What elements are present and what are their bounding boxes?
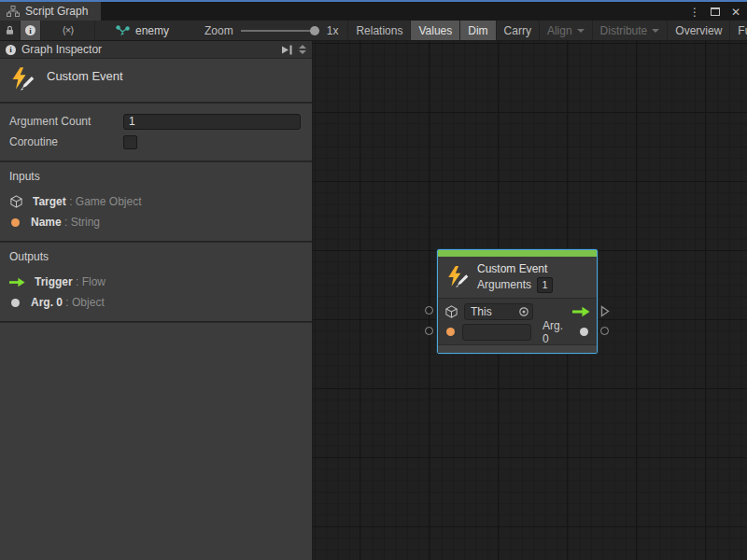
node-footer [438,344,597,353]
graph-canvas[interactable]: Custom Event Arguments 1 [313,41,747,560]
outputs-header: Outputs [9,250,303,263]
zoom-control: Zoom 1x [180,21,347,40]
toolbar-toggle-group: Relations Values Dim Carry Align Distrib… [347,21,747,40]
string-port-icon [446,328,455,336]
lock-button[interactable] [0,21,21,40]
maximize-icon[interactable] [708,6,723,19]
tab-script-graph[interactable]: Script Graph [0,2,101,21]
zoom-slider[interactable] [241,25,319,36]
custom-event-icon [9,66,35,92]
info-icon: i [6,45,16,55]
event-name-field[interactable] [462,324,531,341]
cube-icon [9,194,23,209]
graph-name-label: enemy [135,24,169,37]
values-button[interactable]: Values [411,21,460,40]
string-port-icon [11,218,20,227]
argument-count-row: Argument Count [9,112,301,131]
node-output-port-arg0[interactable] [600,327,609,335]
code-icon: ⟨×⟩ [62,24,73,36]
output-port-row: Arg. 0 : Object [9,293,303,312]
node-row-name: Arg. 0 [444,322,590,342]
cube-icon [444,304,458,319]
tab-label: Script Graph [25,5,88,18]
node-header[interactable]: Custom Event Arguments 1 [438,257,597,298]
argument-count-label: Argument Count [9,115,123,128]
inputs-section: Inputs Target : Game Object Name : Strin… [0,162,312,241]
chevron-down-icon [577,29,585,33]
target-dropdown[interactable]: This [464,303,533,320]
close-icon[interactable]: ✕ [728,6,743,19]
graph-toolbar: i ⟨×⟩ enemy Zoom 1x [0,21,747,41]
outputs-section: Outputs Trigger : Flow Arg. 0 : Object [0,243,312,321]
unit-title: Custom Event [47,66,123,83]
object-port-icon [11,299,20,307]
graph-reference[interactable]: enemy [95,21,180,40]
arg0-label: Arg. 0 [543,319,571,345]
window-menu-icon[interactable]: ⋮ [687,6,702,19]
zoom-slider-handle[interactable] [310,26,319,35]
custom-event-node[interactable]: Custom Event Arguments 1 [437,249,598,354]
argument-count-field[interactable] [123,114,301,130]
input-port-row: Name : String [9,213,303,231]
node-input-port-name[interactable] [425,327,433,335]
panel-scrubber[interactable] [299,45,308,54]
node-arguments-label: Arguments [477,278,531,291]
coroutine-checkbox[interactable] [123,135,137,149]
distribute-dropdown[interactable]: Distribute [593,21,669,40]
code-view-button[interactable]: ⟨×⟩ [41,21,95,40]
inspector-title: Graph Inspector [21,43,275,56]
enemy-graph-icon [116,25,130,36]
unit-settings: Argument Count Coroutine [0,104,312,161]
scroll-up-icon[interactable] [299,45,306,49]
object-port-icon [580,328,588,336]
custom-event-icon [445,265,470,289]
tab-bar: Script Graph ⋮ ✕ [0,2,747,21]
input-port-row: Target : Game Object [9,192,303,211]
divider [0,321,312,323]
inputs-header: Inputs [9,170,303,183]
dock-panel-icon[interactable] [281,45,293,55]
window-controls: ⋮ ✕ [687,4,743,21]
node-input-port-target[interactable] [425,306,433,315]
info-icon: i [25,25,35,35]
object-picker-icon[interactable] [518,306,529,317]
fullscreen-button[interactable]: Full Screen [730,21,747,40]
overview-button[interactable]: Overview [668,21,730,40]
flow-port-triangle-icon [600,305,610,317]
lock-icon [6,24,14,36]
graph-icon [7,6,20,17]
node-color-bar [438,250,597,257]
graph-inspector-panel: i Graph Inspector [0,41,313,560]
inspector-titlebar: i Graph Inspector [0,41,312,59]
zoom-slider-track [241,30,319,32]
node-arguments-field[interactable]: 1 [537,277,553,293]
coroutine-label: Coroutine [9,135,123,148]
script-graph-window: Script Graph ⋮ ✕ i ⟨×⟩ [0,0,747,560]
node-output-port-trigger[interactable] [600,304,610,321]
flow-arrow-icon [9,277,25,287]
coroutine-row: Coroutine [9,133,301,151]
node-title: Custom Event [477,262,553,275]
unit-header: Custom Event [0,59,312,102]
inspector-toggle-button[interactable]: i [21,21,41,40]
flow-arrow-icon [572,306,590,317]
node-body: This Arg. 0 [438,299,597,344]
align-dropdown[interactable]: Align [540,21,593,40]
carry-button[interactable]: Carry [497,21,540,40]
scroll-down-icon[interactable] [299,50,306,54]
dim-button[interactable]: Dim [460,21,496,40]
chevron-down-icon [652,29,659,33]
output-port-row: Trigger : Flow [9,273,303,291]
relations-button[interactable]: Relations [348,21,411,40]
zoom-label: Zoom [204,24,233,37]
zoom-value: 1x [327,24,339,37]
